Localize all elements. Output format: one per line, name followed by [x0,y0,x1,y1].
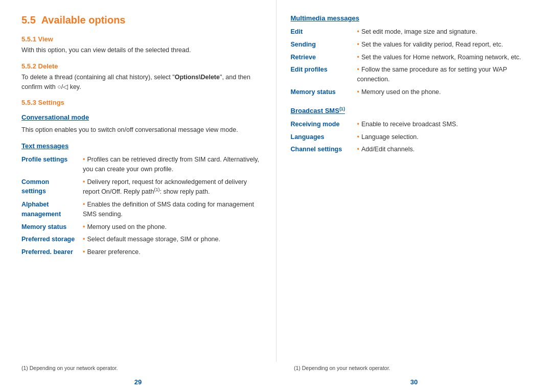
def-edit-profiles: •Follow the same procedure as for settin… [357,64,531,86]
left-column: 5.5 Available options 5.5.1 View With th… [0,0,277,362]
bullet-icon: • [357,133,359,141]
bottom-right: (1) Depending on your network operator. [280,365,552,373]
def-preferred-storage: •Select default message storage, SIM or … [83,234,262,246]
footnote-right: (1) Depending on your network operator. [294,365,552,371]
bullet-icon: • [357,146,359,153]
bullet-icon: • [83,178,85,186]
table-row: Retrieve •Set the values for Home networ… [291,52,531,64]
table-row: Alphabetmanagement •Enables the definiti… [21,199,262,221]
right-column: Multimedia messages Edit •Set edit mode,… [277,0,553,362]
bullet-icon: • [83,201,85,208]
table-row: Preferred. bearer •Bearer preference. [21,246,262,259]
table-row: Languages •Language selection. [291,131,531,144]
page-num-left: 29 [0,378,276,386]
text-messages-heading: Text messages [21,142,262,150]
page-number-29: 29 [134,378,142,386]
main-title-num: 5.5 [21,14,36,26]
term-sending: Sending [291,39,357,52]
table-row: Channel settings •Add/Edit channels. [291,144,531,156]
multimedia-table: Edit •Set edit mode, image size and sign… [291,26,531,99]
def-memory-status: •Memory used on the phone. [83,221,262,234]
main-title: 5.5 Available options [21,14,262,26]
table-row: Memory status •Memory used on the phone. [21,221,262,234]
section-553-heading: 5.5.3 Settings [21,99,262,106]
table-row: Commonsettings •Delivery report, request… [21,176,262,199]
footnote-left: (1) Depending on your network operator. [21,365,280,371]
content-row: 5.5 Available options 5.5.1 View With th… [0,0,552,362]
bullet-icon: • [83,156,85,163]
term-channel-settings: Channel settings [291,144,357,156]
text-messages-table: Profile settings •Profiles can be retrie… [21,154,262,259]
def-channel-settings: •Add/Edit channels. [357,144,531,156]
term-memory-status: Memory status [21,221,83,234]
term-receiving-mode: Receiving mode [291,119,357,131]
table-row: Receiving mode •Enable to receive broadc… [291,119,531,131]
term-languages: Languages [291,131,357,144]
def-edit: •Set edit mode, image size and signature… [357,26,531,39]
bullet-icon: • [357,41,359,48]
term-edit: Edit [291,26,357,39]
section-551-body: With this option, you can view details o… [21,45,262,55]
broadcast-sup: (1) [339,106,345,111]
conversational-heading: Conversational mode [21,113,262,121]
def-preferred-bearer: •Bearer preference. [83,246,262,259]
conversational-body: This option enables you to switch on/off… [21,125,262,135]
bullet-icon: • [357,88,359,96]
bullet-icon: • [83,236,85,243]
main-title-text: Available options [41,14,126,26]
table-row: Sending •Set the values for validity per… [291,39,531,52]
def-memory-status-right: •Memory used on the phone. [357,86,531,99]
term-alphabet-management: Alphabetmanagement [21,199,83,221]
section-552-heading: 5.5.2 Delete [21,62,262,70]
term-common-settings: Commonsettings [21,176,83,199]
term-memory-status-right: Memory status [291,86,357,99]
bullet-icon: • [357,66,359,73]
table-row: Edit •Set edit mode, image size and sign… [291,26,531,39]
bullet-icon: • [357,28,359,35]
section-551-heading: 5.5.1 View [21,35,262,43]
multimedia-heading: Multimedia messages [291,14,531,22]
page-num-right: 30 [276,378,552,386]
bottom-left: (1) Depending on your network operator. [0,365,280,373]
def-sending: •Set the values for validity period, Rea… [357,39,531,52]
section-552-body: To delete a thread (containing all chat … [21,73,262,92]
def-retrieve: •Set the values for Home network, Roamin… [357,52,531,64]
term-profile-settings: Profile settings [21,154,83,176]
def-languages: •Language selection. [357,131,531,144]
term-edit-profiles: Edit profiles [291,64,357,86]
broadcast-table: Receiving mode •Enable to receive broadc… [291,119,531,156]
table-row: Edit profiles •Follow the same procedure… [291,64,531,86]
bullet-icon: • [83,223,85,230]
table-row: Preferred storage •Select default messag… [21,234,262,246]
term-preferred-bearer: Preferred. bearer [21,246,83,259]
def-receiving-mode: •Enable to receive broadcast SMS. [357,119,531,131]
def-profile-settings: •Profiles can be retrieved directly from… [83,154,262,176]
broadcast-heading: Broadcast SMS(1) [291,106,531,114]
page-num-row: 29 30 [0,378,552,392]
def-common-settings: •Delivery report, request for acknowledg… [83,176,262,199]
bullet-icon: • [357,54,359,61]
bottom-bar: (1) Depending on your network operator. … [0,362,552,378]
def-alphabet-management: •Enables the definition of SMS data codi… [83,199,262,221]
table-row: Profile settings •Profiles can be retrie… [21,154,262,176]
term-retrieve: Retrieve [291,52,357,64]
bullet-icon: • [83,248,85,256]
term-preferred-storage: Preferred storage [21,234,83,246]
table-row: Memory status •Memory used on the phone. [291,86,531,99]
page-container: 5.5 Available options 5.5.1 View With th… [0,0,552,392]
page-number-30: 30 [410,378,418,386]
bullet-icon: • [357,121,359,128]
